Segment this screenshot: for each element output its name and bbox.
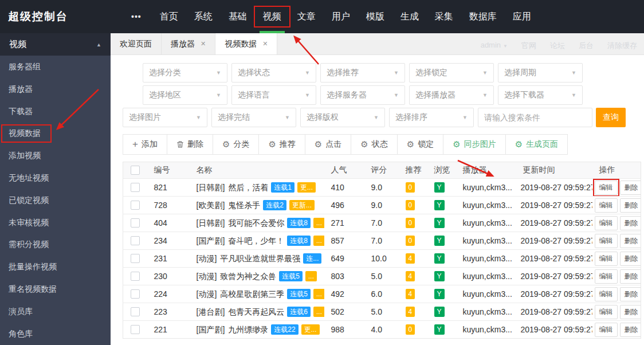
select-all-checkbox[interactable] — [131, 166, 140, 175]
delete-button[interactable]: 删除 — [620, 305, 641, 319]
cell-recommend: 4 — [399, 285, 427, 303]
delete-button[interactable]: 删除 — [620, 234, 641, 248]
userbar-link[interactable]: 后台 — [579, 41, 594, 51]
delete-button[interactable]: 删除 — [620, 323, 641, 337]
userbar-link[interactable]: 论坛 — [550, 41, 565, 51]
video-title: 奋斗吧，少年！ — [228, 236, 284, 245]
row-checkbox[interactable] — [131, 272, 140, 281]
edit-button[interactable]: 编辑 — [595, 323, 618, 337]
edit-button[interactable]: 编辑 — [595, 287, 618, 301]
sidebar-item[interactable]: 角色库 — [0, 323, 111, 345]
row-checkbox[interactable] — [131, 307, 140, 316]
cell-updated: 2019-08-27 09:59:27 — [516, 268, 592, 285]
user-menu[interactable]: admin▼ — [481, 41, 508, 51]
edit-button[interactable]: 编辑 — [595, 252, 618, 266]
edit-button[interactable]: 编辑 — [595, 269, 618, 284]
userbar-link[interactable]: 清除缓存 — [607, 41, 637, 51]
row-checkbox[interactable] — [131, 201, 140, 210]
toolbar-button[interactable]: +添加 — [123, 134, 167, 155]
filter-select[interactable]: 选择锁定▼ — [409, 63, 494, 83]
sidebar-item[interactable]: 需积分视频 — [0, 233, 111, 256]
delete-button[interactable]: 删除 — [620, 216, 641, 230]
top-nav-item[interactable]: 首页 — [152, 0, 186, 33]
filter-select[interactable]: 选择完结▼ — [211, 108, 296, 127]
top-nav-item[interactable]: 数据库 — [461, 0, 505, 33]
top-nav-item[interactable]: 应用 — [505, 0, 539, 33]
toolbar-button[interactable]: ⚙推荐 — [258, 134, 305, 155]
filter-select[interactable]: 选择图片▼ — [123, 108, 207, 127]
chevron-down-icon: ▼ — [482, 70, 488, 76]
top-nav-item[interactable]: 采集 — [427, 0, 461, 33]
filter-select[interactable]: 选择下载器▼ — [498, 85, 583, 105]
row-checkbox[interactable] — [131, 289, 140, 299]
sidebar-item[interactable]: 无地址视频 — [0, 167, 111, 189]
query-button[interactable]: 查询 — [596, 108, 626, 127]
close-icon[interactable]: ✕ — [262, 40, 268, 48]
top-nav-item[interactable]: 文章 — [289, 0, 324, 33]
filter-select[interactable]: 选择服务器▼ — [320, 85, 405, 105]
toolbar-button[interactable]: ⚙同步图片 — [443, 134, 505, 155]
filter-select[interactable]: 选择周期▼ — [498, 63, 583, 83]
top-nav-item[interactable]: 生成 — [392, 0, 427, 33]
cell-updated: 2019-08-27 09:59:27 — [516, 197, 592, 214]
filter-select[interactable]: 选择版权▼ — [300, 108, 385, 127]
collapse-up-icon[interactable]: ▲ — [96, 42, 101, 48]
sidebar-item[interactable]: 下载器 — [0, 100, 111, 123]
recommend-badge: 4 — [406, 253, 415, 264]
delete-button[interactable]: 删除 — [620, 287, 641, 301]
table-row: 404[日韩剧]我可能不会爱你连载8...2717.00Ykuyun,ckm3.… — [123, 214, 641, 232]
toolbar-button[interactable]: ⚙分类 — [213, 134, 259, 155]
filter-select[interactable]: 选择分类▼ — [143, 63, 227, 83]
delete-button[interactable]: 删除 — [620, 181, 641, 195]
sidebar-item[interactable]: 播放器 — [0, 78, 111, 100]
toolbar-button[interactable]: ⚙点击 — [305, 134, 351, 155]
top-nav-item[interactable]: 基础 — [221, 0, 255, 33]
delete-button[interactable]: 删除 — [620, 198, 641, 213]
sidebar-item[interactable]: 视频数据 — [0, 122, 111, 144]
top-nav-item[interactable]: 模版 — [358, 0, 392, 33]
sidebar-item[interactable]: 添加视频 — [0, 144, 111, 167]
filter-select[interactable]: 选择播放器▼ — [409, 85, 494, 105]
menu-dots-icon[interactable]: ••• — [125, 0, 147, 33]
row-checkbox[interactable] — [131, 236, 140, 245]
toolbar-button[interactable]: ⚙状态 — [351, 134, 397, 155]
filter-select[interactable]: 选择排序▼ — [389, 108, 474, 127]
toolbar-button[interactable]: ⚙生成页面 — [505, 134, 568, 155]
sidebar-group-video[interactable]: 视频 ▲ — [0, 33, 111, 56]
delete-button[interactable]: 删除 — [620, 269, 641, 284]
row-checkbox[interactable] — [131, 325, 140, 334]
sidebar-item[interactable]: 演员库 — [0, 300, 111, 323]
edit-button[interactable]: 编辑 — [595, 234, 618, 248]
row-checkbox[interactable] — [131, 254, 140, 263]
filter-select[interactable]: 选择语言▼ — [231, 85, 316, 105]
edit-button[interactable]: 编辑 — [595, 305, 618, 319]
userbar-link[interactable]: 官网 — [521, 41, 536, 51]
filter-select[interactable]: 选择推荐▼ — [320, 63, 405, 83]
search-input[interactable] — [478, 108, 592, 127]
top-nav-item[interactable]: 视频 — [255, 0, 289, 33]
tab-item[interactable]: 播放器✕ — [162, 33, 215, 54]
row-checkbox[interactable] — [131, 218, 140, 228]
edit-button[interactable]: 编辑 — [595, 198, 618, 213]
cell-score: 5.0 — [364, 268, 399, 285]
sidebar-item[interactable]: 批量操作视频 — [0, 256, 111, 278]
sidebar-item[interactable]: 服务器组 — [0, 56, 111, 78]
top-nav-item[interactable]: 系统 — [186, 0, 221, 33]
toolbar-button[interactable]: 删除 — [167, 134, 213, 155]
filter-select[interactable]: 选择状态▼ — [231, 63, 316, 83]
delete-button[interactable]: 删除 — [620, 252, 641, 266]
sidebar-item[interactable]: 重名视频数据 — [0, 278, 111, 300]
close-icon[interactable]: ✕ — [201, 40, 206, 48]
tab-item[interactable]: 欢迎页面 — [111, 33, 162, 54]
plus-icon: + — [132, 139, 138, 150]
sidebar-item[interactable]: 未审核视频 — [0, 211, 111, 234]
tab-item[interactable]: 视频数据✕ — [215, 33, 277, 54]
edit-button[interactable]: 编辑 — [595, 181, 618, 195]
toolbar-button[interactable]: ⚙锁定 — [397, 134, 443, 155]
filter-select[interactable]: 选择地区▼ — [143, 85, 227, 105]
top-nav-item[interactable]: 用户 — [324, 0, 358, 33]
edit-button[interactable]: 编辑 — [595, 216, 618, 230]
cell-popularity: 988 — [324, 321, 364, 339]
row-checkbox[interactable] — [131, 183, 140, 192]
sidebar-item[interactable]: 已锁定视频 — [0, 189, 111, 211]
